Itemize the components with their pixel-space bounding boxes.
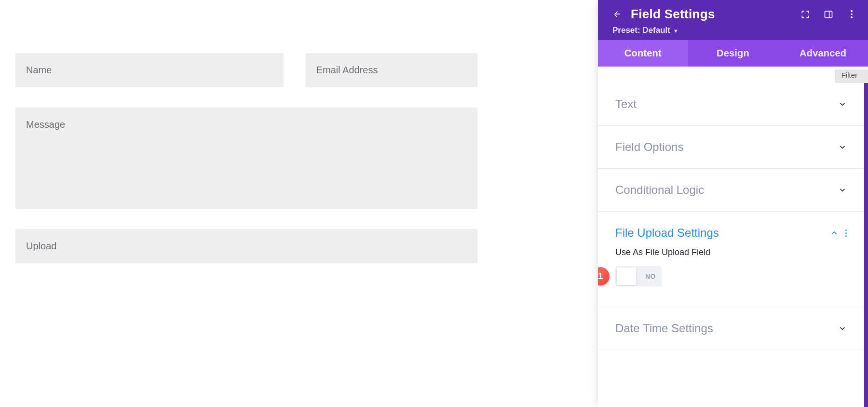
accordion[interactable]: Text Field Options Conditional Logic Fil… [598, 83, 868, 407]
file-upload-toggle[interactable]: NO [615, 266, 662, 286]
tab-content[interactable]: Content [598, 40, 688, 67]
section-more-icon[interactable] [845, 230, 847, 237]
preset-label: Preset: Default [612, 26, 670, 35]
section-label: File Upload Settings [615, 226, 719, 240]
svg-rect-0 [825, 11, 832, 17]
chevron-down-icon [838, 324, 847, 333]
callout-badge: 1 [598, 267, 610, 285]
settings-panel: Field Settings Preset: Default ▼ Content [598, 0, 868, 407]
tab-design[interactable]: Design [688, 40, 778, 67]
upload-field[interactable]: Upload [15, 229, 477, 263]
chevron-up-icon [830, 229, 839, 237]
back-icon[interactable] [612, 10, 622, 19]
section-label: Conditional Logic [615, 183, 704, 197]
section-conditional-logic[interactable]: Conditional Logic [598, 169, 864, 212]
panel-title: Field Settings [631, 7, 715, 22]
dock-icon[interactable] [824, 10, 833, 19]
chevron-down-icon [838, 186, 847, 194]
panel-header: Field Settings Preset: Default ▼ [598, 0, 868, 40]
caret-down-icon: ▼ [673, 28, 678, 34]
section-file-upload[interactable]: File Upload Settings [598, 212, 864, 247]
section-label: Text [615, 97, 637, 111]
option-use-as-file-upload: Use As File Upload Field [615, 247, 847, 258]
chevron-down-icon [838, 100, 847, 109]
filter-button[interactable]: Filter [835, 67, 868, 83]
toggle-state: NO [645, 272, 656, 280]
toggle-knob [617, 268, 636, 285]
section-text[interactable]: Text [598, 83, 864, 126]
section-field-options[interactable]: Field Options [598, 126, 864, 169]
name-field[interactable]: Name [15, 53, 284, 87]
preset-selector[interactable]: Preset: Default ▼ [612, 26, 856, 35]
section-file-upload-body: Use As File Upload Field 1 NO [598, 247, 864, 307]
tab-advanced[interactable]: Advanced [778, 40, 868, 67]
panel-tabs: Content Design Advanced [598, 40, 868, 67]
section-label: Date Time Settings [615, 322, 713, 335]
section-label: Field Options [615, 140, 683, 154]
expand-icon[interactable] [800, 10, 810, 19]
section-date-time[interactable]: Date Time Settings [598, 307, 864, 350]
chevron-down-icon [838, 143, 847, 151]
email-field[interactable]: Email Address [306, 53, 477, 87]
more-icon[interactable] [847, 10, 856, 19]
message-field[interactable]: Message [15, 108, 477, 209]
